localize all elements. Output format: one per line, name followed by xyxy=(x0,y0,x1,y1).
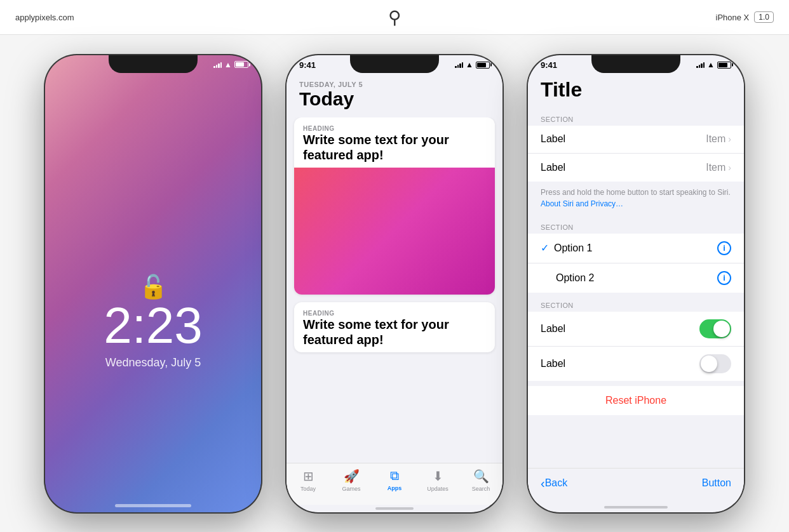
appstore-scroll[interactable]: HEADING Write some text for your feature… xyxy=(287,117,502,463)
phone-3-screen: 9:41 ▲ xyxy=(528,55,744,512)
tab-updates[interactable]: ⬇ Updates xyxy=(416,469,459,492)
reset-row[interactable]: Reset iPhone xyxy=(528,386,744,415)
settings-toggle-row-2[interactable]: Label xyxy=(528,347,744,381)
option2-label: Option 2 xyxy=(556,272,594,284)
app-card-2-header: HEADING Write some text for your feature… xyxy=(294,302,495,352)
phone-2-screen: 9:41 ▲ xyxy=(287,55,502,512)
row1-chevron: › xyxy=(728,134,731,144)
back-chevron-icon: ‹ xyxy=(541,476,545,491)
search-icon: 🔍 xyxy=(473,469,489,484)
appstore-tabbar: ⊞ Today 🚀 Games ⧉ Apps ⬇ Updates xyxy=(287,463,502,505)
settings-row-2[interactable]: Label Item › xyxy=(528,154,744,182)
bar1 xyxy=(213,66,215,68)
device-label: iPhone X xyxy=(716,13,750,22)
option2-left: Option 2 xyxy=(541,272,594,284)
lockscreen-status-icons: ▲ xyxy=(213,60,248,69)
bar4 xyxy=(703,62,705,68)
settings-group-3: Label Label xyxy=(528,312,744,381)
compass-icon: ⚲ xyxy=(388,7,401,28)
scroll-indicator-2 xyxy=(375,507,414,510)
toggle-knob-1 xyxy=(713,321,730,337)
settings-option-row-2[interactable]: Option 2 i xyxy=(528,263,744,293)
lockscreen-time: 2:23 xyxy=(104,300,203,351)
lockscreen: ▲ 🔓 2:23 Wednesday, July 5 xyxy=(45,55,261,512)
right-button[interactable]: Button xyxy=(702,477,731,489)
apps-icon: ⧉ xyxy=(390,469,399,483)
settings-footer: Press and hold the home button to start … xyxy=(528,182,744,215)
wifi-icon: ▲ xyxy=(224,60,232,69)
app-card-1-text: Write some text for your featured app! xyxy=(303,132,486,163)
lock-icon: 🔓 xyxy=(139,274,168,300)
bar2 xyxy=(216,65,218,68)
app-card-1: HEADING Write some text for your feature… xyxy=(294,117,495,295)
app-card-2: HEADING Write some text for your feature… xyxy=(294,302,495,352)
today-icon: ⊞ xyxy=(303,469,314,484)
settings-batt-fill xyxy=(718,63,727,67)
bar1 xyxy=(455,66,457,68)
home-indicator-1 xyxy=(115,504,191,507)
scroll-indicator-3 xyxy=(604,506,668,509)
info-btn-1[interactable]: i xyxy=(717,241,731,255)
appstore-status-icons: ▲ xyxy=(455,60,490,70)
section1-label: SECTION xyxy=(528,107,744,126)
bar2 xyxy=(699,65,701,68)
footer-link[interactable]: About Siri and Privacy… xyxy=(541,199,623,208)
phone-3-frame: 9:41 ▲ xyxy=(528,55,744,512)
settings-option-row-1[interactable]: ✓ Option 1 i xyxy=(528,234,744,263)
row1-value: Item xyxy=(706,133,725,145)
bar4 xyxy=(220,62,222,68)
app-card-1-image xyxy=(294,168,495,295)
tab-updates-label: Updates xyxy=(427,486,448,492)
appstore-page-title: Today xyxy=(299,88,490,110)
settings-status-time: 9:41 xyxy=(541,60,557,70)
option1-label: Option 1 xyxy=(554,243,592,254)
settings-page-title: Title xyxy=(541,78,731,102)
row2-chevron: › xyxy=(728,163,731,173)
back-button[interactable]: ‹ Back xyxy=(541,476,567,491)
bar1 xyxy=(696,66,698,68)
tab-apps[interactable]: ⧉ Apps xyxy=(373,469,416,492)
logo-text: applypixels.com xyxy=(15,13,74,22)
info-btn-2[interactable]: i xyxy=(717,271,731,285)
tab-apps-label: Apps xyxy=(388,485,402,491)
lockscreen-date: Wednesday, July 5 xyxy=(105,356,201,369)
option1-left: ✓ Option 1 xyxy=(541,242,592,254)
phone-2-frame: 9:41 ▲ xyxy=(287,55,502,512)
toggle-switch-2[interactable] xyxy=(699,354,731,373)
updates-icon: ⬇ xyxy=(433,469,443,484)
toggle-switch-1[interactable] xyxy=(699,319,731,338)
bar3 xyxy=(701,63,703,68)
section3-label: SECTION xyxy=(528,293,744,312)
lock-icon-area: 🔓 xyxy=(139,274,168,300)
row2-right: Item › xyxy=(706,162,731,173)
phone-1-frame: ▲ 🔓 2:23 Wednesday, July 5 xyxy=(45,55,261,512)
settings-group-1: Label Item › Label Item › xyxy=(528,126,744,182)
app-card-1-tag: HEADING xyxy=(303,125,486,132)
main-area: ▲ 🔓 2:23 Wednesday, July 5 xyxy=(0,35,789,532)
settings-bottom-nav: ‹ Back Button xyxy=(528,468,744,503)
appstore-status-time: 9:41 xyxy=(299,60,316,70)
settings-content: SECTION Label Item › Label It xyxy=(528,107,744,468)
settings-nav: Title xyxy=(528,76,744,107)
settings-screen: 9:41 ▲ xyxy=(528,55,744,512)
tab-search-label: Search xyxy=(472,486,490,492)
notch-3 xyxy=(595,55,677,73)
bar2 xyxy=(457,65,459,68)
tab-search[interactable]: 🔍 Search xyxy=(459,469,502,492)
bar3 xyxy=(218,63,220,68)
appstore-day: TUESDAY, JULY 5 xyxy=(299,81,490,88)
battery-icon xyxy=(234,61,248,68)
top-bar: applypixels.com ⚲ iPhone X 1.0 xyxy=(0,0,789,35)
tab-games[interactable]: 🚀 Games xyxy=(330,469,373,492)
appstore-wifi-icon: ▲ xyxy=(466,60,473,69)
footer-text-main: Press and hold the home button to start … xyxy=(541,188,731,197)
settings-row-1[interactable]: Label Item › xyxy=(528,126,744,154)
tab-today[interactable]: ⊞ Today xyxy=(287,469,330,492)
settings-toggle-row-1[interactable]: Label xyxy=(528,312,744,347)
version-badge: 1.0 xyxy=(754,11,774,23)
notch-2 xyxy=(353,55,436,73)
appstore-signal xyxy=(455,62,463,68)
appstore-header: TUESDAY, JULY 5 Today xyxy=(287,76,502,117)
section2-label: SECTION xyxy=(528,215,744,234)
phone-1-screen: ▲ 🔓 2:23 Wednesday, July 5 xyxy=(45,55,261,512)
